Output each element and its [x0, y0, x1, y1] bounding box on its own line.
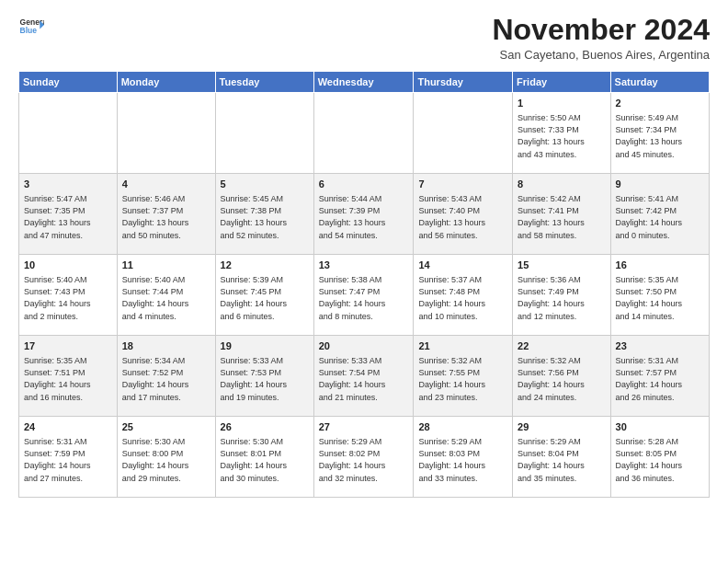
day-number: 21 [418, 339, 507, 353]
calendar-cell: 15Sunrise: 5:36 AM Sunset: 7:49 PM Dayli… [513, 255, 610, 336]
day-number: 6 [319, 178, 409, 191]
day-number: 8 [518, 178, 605, 191]
calendar-cell: 29Sunrise: 5:29 AM Sunset: 8:04 PM Dayli… [513, 417, 610, 498]
day-number: 24 [24, 420, 112, 434]
day-number: 16 [616, 259, 704, 272]
day-info: Sunrise: 5:28 AM Sunset: 8:05 PM Dayligh… [616, 436, 704, 484]
calendar-cell: 9Sunrise: 5:41 AM Sunset: 7:42 PM Daylig… [610, 174, 709, 255]
day-info: Sunrise: 5:30 AM Sunset: 8:01 PM Dayligh… [221, 436, 309, 484]
day-info: Sunrise: 5:38 AM Sunset: 7:47 PM Dayligh… [319, 274, 409, 322]
day-number: 15 [518, 259, 605, 272]
day-number: 28 [418, 420, 507, 434]
page-header: General Blue November 2024 San Cayetano,… [18, 15, 710, 62]
day-info: Sunrise: 5:47 AM Sunset: 7:35 PM Dayligh… [24, 193, 112, 241]
calendar-cell: 20Sunrise: 5:33 AM Sunset: 7:54 PM Dayli… [313, 336, 414, 417]
location: San Cayetano, Buenos Aires, Argentina [492, 48, 710, 62]
day-number: 20 [319, 339, 409, 353]
day-number: 27 [319, 420, 409, 434]
calendar-week-row: 1Sunrise: 5:50 AM Sunset: 7:33 PM Daylig… [19, 93, 710, 174]
day-number: 23 [616, 339, 704, 353]
day-number: 1 [518, 97, 605, 110]
day-number: 12 [221, 259, 309, 272]
day-info: Sunrise: 5:39 AM Sunset: 7:45 PM Dayligh… [221, 274, 309, 322]
calendar-cell [313, 93, 414, 174]
day-info: Sunrise: 5:33 AM Sunset: 7:54 PM Dayligh… [319, 355, 409, 403]
day-of-week-header: Wednesday [313, 72, 414, 93]
day-number: 2 [616, 97, 704, 110]
calendar-cell: 22Sunrise: 5:32 AM Sunset: 7:56 PM Dayli… [513, 336, 610, 417]
calendar-cell: 3Sunrise: 5:47 AM Sunset: 7:35 PM Daylig… [19, 174, 118, 255]
day-of-week-header: Thursday [414, 72, 513, 93]
day-number: 9 [616, 178, 704, 191]
day-number: 10 [24, 259, 112, 272]
calendar-cell: 24Sunrise: 5:31 AM Sunset: 7:59 PM Dayli… [19, 417, 118, 498]
day-info: Sunrise: 5:34 AM Sunset: 7:52 PM Dayligh… [122, 355, 210, 403]
calendar-cell: 6Sunrise: 5:44 AM Sunset: 7:39 PM Daylig… [313, 174, 414, 255]
day-number: 11 [122, 259, 210, 272]
day-number: 26 [221, 420, 309, 434]
calendar-cell [414, 93, 513, 174]
calendar-cell: 16Sunrise: 5:35 AM Sunset: 7:50 PM Dayli… [610, 255, 709, 336]
calendar-cell: 11Sunrise: 5:40 AM Sunset: 7:44 PM Dayli… [117, 255, 215, 336]
calendar-cell: 28Sunrise: 5:29 AM Sunset: 8:03 PM Dayli… [414, 417, 513, 498]
day-number: 17 [24, 339, 112, 353]
calendar-week-row: 10Sunrise: 5:40 AM Sunset: 7:43 PM Dayli… [19, 255, 710, 336]
day-info: Sunrise: 5:40 AM Sunset: 7:43 PM Dayligh… [24, 274, 112, 322]
day-number: 3 [24, 178, 112, 191]
day-number: 19 [221, 339, 309, 353]
day-info: Sunrise: 5:29 AM Sunset: 8:02 PM Dayligh… [319, 436, 409, 484]
day-info: Sunrise: 5:50 AM Sunset: 7:33 PM Dayligh… [518, 112, 605, 160]
day-info: Sunrise: 5:30 AM Sunset: 8:00 PM Dayligh… [122, 436, 210, 484]
calendar-cell: 8Sunrise: 5:42 AM Sunset: 7:41 PM Daylig… [513, 174, 610, 255]
day-number: 25 [122, 420, 210, 434]
calendar-table: SundayMondayTuesdayWednesdayThursdayFrid… [18, 71, 710, 498]
calendar-cell: 5Sunrise: 5:45 AM Sunset: 7:38 PM Daylig… [215, 174, 313, 255]
calendar-cell: 10Sunrise: 5:40 AM Sunset: 7:43 PM Dayli… [19, 255, 118, 336]
day-info: Sunrise: 5:42 AM Sunset: 7:41 PM Dayligh… [518, 193, 605, 241]
day-info: Sunrise: 5:29 AM Sunset: 8:03 PM Dayligh… [418, 436, 507, 484]
day-info: Sunrise: 5:29 AM Sunset: 8:04 PM Dayligh… [518, 436, 605, 484]
day-info: Sunrise: 5:31 AM Sunset: 7:57 PM Dayligh… [616, 355, 704, 403]
calendar-cell: 13Sunrise: 5:38 AM Sunset: 7:47 PM Dayli… [313, 255, 414, 336]
calendar-week-row: 24Sunrise: 5:31 AM Sunset: 7:59 PM Dayli… [19, 417, 710, 498]
calendar-week-row: 17Sunrise: 5:35 AM Sunset: 7:51 PM Dayli… [19, 336, 710, 417]
day-info: Sunrise: 5:40 AM Sunset: 7:44 PM Dayligh… [122, 274, 210, 322]
calendar-cell: 19Sunrise: 5:33 AM Sunset: 7:53 PM Dayli… [215, 336, 313, 417]
calendar-week-row: 3Sunrise: 5:47 AM Sunset: 7:35 PM Daylig… [19, 174, 710, 255]
day-of-week-header: Sunday [19, 72, 118, 93]
day-info: Sunrise: 5:46 AM Sunset: 7:37 PM Dayligh… [122, 193, 210, 241]
calendar-cell: 17Sunrise: 5:35 AM Sunset: 7:51 PM Dayli… [19, 336, 118, 417]
day-of-week-header: Tuesday [215, 72, 313, 93]
calendar-cell [19, 93, 118, 174]
calendar-cell: 26Sunrise: 5:30 AM Sunset: 8:01 PM Dayli… [215, 417, 313, 498]
calendar-cell [117, 93, 215, 174]
day-number: 30 [616, 420, 704, 434]
day-number: 7 [418, 178, 507, 191]
calendar-cell: 25Sunrise: 5:30 AM Sunset: 8:00 PM Dayli… [117, 417, 215, 498]
day-info: Sunrise: 5:45 AM Sunset: 7:38 PM Dayligh… [221, 193, 309, 241]
calendar-cell: 21Sunrise: 5:32 AM Sunset: 7:55 PM Dayli… [414, 336, 513, 417]
calendar-cell: 18Sunrise: 5:34 AM Sunset: 7:52 PM Dayli… [117, 336, 215, 417]
calendar-cell: 2Sunrise: 5:49 AM Sunset: 7:34 PM Daylig… [610, 93, 709, 174]
calendar-cell: 14Sunrise: 5:37 AM Sunset: 7:48 PM Dayli… [414, 255, 513, 336]
day-info: Sunrise: 5:37 AM Sunset: 7:48 PM Dayligh… [418, 274, 507, 322]
calendar-cell: 30Sunrise: 5:28 AM Sunset: 8:05 PM Dayli… [610, 417, 709, 498]
day-info: Sunrise: 5:32 AM Sunset: 7:55 PM Dayligh… [418, 355, 507, 403]
day-info: Sunrise: 5:49 AM Sunset: 7:34 PM Dayligh… [616, 112, 704, 160]
calendar-cell: 7Sunrise: 5:43 AM Sunset: 7:40 PM Daylig… [414, 174, 513, 255]
day-info: Sunrise: 5:35 AM Sunset: 7:50 PM Dayligh… [616, 274, 704, 322]
calendar-cell: 23Sunrise: 5:31 AM Sunset: 7:57 PM Dayli… [610, 336, 709, 417]
day-of-week-header: Friday [513, 72, 610, 93]
title-block: November 2024 San Cayetano, Buenos Aires… [492, 15, 710, 62]
day-info: Sunrise: 5:41 AM Sunset: 7:42 PM Dayligh… [616, 193, 704, 241]
logo-icon: General Blue [18, 15, 44, 40]
day-number: 14 [418, 259, 507, 272]
day-info: Sunrise: 5:36 AM Sunset: 7:49 PM Dayligh… [518, 274, 605, 322]
day-info: Sunrise: 5:33 AM Sunset: 7:53 PM Dayligh… [221, 355, 309, 403]
logo: General Blue [18, 15, 44, 40]
calendar-cell [215, 93, 313, 174]
day-info: Sunrise: 5:44 AM Sunset: 7:39 PM Dayligh… [319, 193, 409, 241]
day-number: 13 [319, 259, 409, 272]
day-number: 5 [221, 178, 309, 191]
calendar-cell: 1Sunrise: 5:50 AM Sunset: 7:33 PM Daylig… [513, 93, 610, 174]
